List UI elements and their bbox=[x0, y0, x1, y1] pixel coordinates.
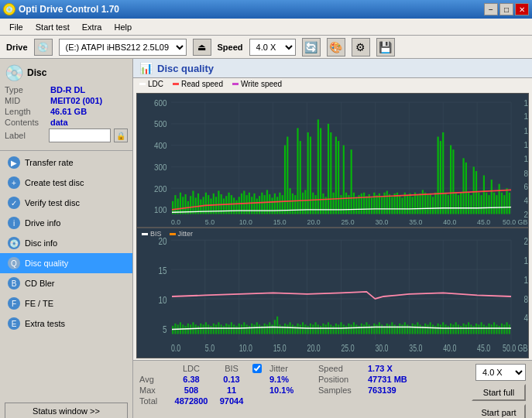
svg-text:10.0: 10.0 bbox=[239, 343, 252, 354]
svg-rect-157 bbox=[462, 158, 464, 214]
svg-rect-338 bbox=[496, 325, 497, 334]
svg-rect-321 bbox=[452, 325, 454, 334]
sidebar-item-disc-info[interactable]: 💿 Disc info bbox=[0, 233, 132, 253]
svg-rect-160 bbox=[470, 195, 472, 214]
svg-rect-110 bbox=[343, 146, 345, 214]
sidebar-item-transfer-rate[interactable]: ▶ Transfer rate bbox=[0, 152, 132, 173]
svg-rect-94 bbox=[302, 193, 304, 214]
svg-rect-69 bbox=[239, 197, 240, 214]
svg-rect-240 bbox=[246, 325, 248, 334]
svg-rect-101 bbox=[320, 128, 321, 214]
settings-icon[interactable]: ⚙ bbox=[352, 38, 370, 57]
svg-rect-270 bbox=[322, 324, 324, 334]
svg-text:30.0: 30.0 bbox=[375, 343, 388, 354]
stats-inner: LDC BIS Jitter Avg 6.38 0.13 9.1% Max bbox=[139, 364, 526, 418]
svg-rect-318 bbox=[444, 325, 446, 334]
speed-value: 1.73 X bbox=[368, 364, 393, 373]
label-input[interactable] bbox=[49, 128, 111, 142]
disc-quality-icon: Q bbox=[8, 257, 20, 269]
svg-rect-244 bbox=[256, 322, 258, 334]
drive-select[interactable]: (E:) ATAPI iHBS212 2.5L09 bbox=[59, 39, 187, 56]
speed-select-drive[interactable]: 4.0 X bbox=[249, 39, 296, 56]
lower-legend: BIS Jitter bbox=[142, 230, 193, 238]
eject-button[interactable]: ⏏ bbox=[193, 39, 211, 56]
svg-rect-118 bbox=[363, 193, 365, 214]
svg-text:45.0: 45.0 bbox=[477, 343, 490, 354]
svg-rect-236 bbox=[235, 326, 237, 334]
svg-rect-274 bbox=[333, 326, 335, 334]
menu-start-test[interactable]: Start test bbox=[29, 21, 76, 33]
svg-rect-276 bbox=[338, 325, 339, 334]
svg-rect-135 bbox=[407, 195, 408, 214]
svg-rect-142 bbox=[424, 193, 426, 214]
label-icon[interactable]: 🔒 bbox=[114, 128, 128, 142]
sidebar-item-create-test-disc[interactable]: + Create test disc bbox=[0, 173, 132, 193]
fe-te-icon: F bbox=[8, 297, 20, 310]
maximize-button[interactable]: □ bbox=[499, 3, 513, 15]
legend-ldc: LDC bbox=[139, 80, 163, 88]
chart-area: 📊 Disc quality LDC Read speed Write spee… bbox=[133, 59, 532, 418]
menu-file[interactable]: File bbox=[3, 21, 29, 33]
svg-rect-125 bbox=[381, 197, 383, 214]
start-part-button[interactable]: Start part bbox=[472, 404, 526, 418]
svg-rect-223 bbox=[203, 325, 204, 334]
svg-rect-291 bbox=[376, 325, 377, 334]
sidebar-item-disc-quality[interactable]: Q Disc quality bbox=[0, 253, 132, 273]
status-window-button[interactable]: Status window >> bbox=[5, 403, 128, 418]
create-test-icon: + bbox=[8, 176, 20, 189]
position-value: 47731 MB bbox=[368, 375, 407, 384]
save-icon[interactable]: 💾 bbox=[376, 38, 395, 57]
upper-legend: LDC Read speed Write speed bbox=[133, 78, 532, 91]
speed-stats: Speed 1.73 X Position 47731 MB Samples 7… bbox=[318, 364, 465, 395]
speed-select-chart[interactable]: 4.0 X bbox=[475, 364, 526, 381]
menu-extra[interactable]: Extra bbox=[76, 21, 108, 33]
jitter-checkbox[interactable] bbox=[252, 364, 262, 373]
svg-rect-115 bbox=[355, 197, 357, 214]
position-row: Position 47731 MB bbox=[318, 375, 465, 384]
verify-icon: ✓ bbox=[8, 197, 20, 209]
svg-rect-67 bbox=[233, 197, 235, 214]
svg-rect-256 bbox=[287, 325, 288, 334]
lower-chart-panel: BIS Jitter bbox=[136, 228, 529, 358]
svg-rect-216 bbox=[184, 326, 186, 334]
svg-rect-268 bbox=[317, 325, 319, 334]
read-speed-dot bbox=[173, 83, 179, 85]
svg-rect-232 bbox=[225, 324, 227, 334]
start-full-button[interactable]: Start full bbox=[472, 384, 526, 401]
svg-rect-155 bbox=[458, 195, 459, 214]
svg-rect-308 bbox=[419, 325, 420, 334]
color-icon[interactable]: 🎨 bbox=[327, 38, 345, 57]
svg-rect-61 bbox=[218, 191, 219, 214]
svg-text:16%: 16% bbox=[524, 254, 528, 266]
sidebar-item-extra-tests[interactable]: E Extra tests bbox=[0, 314, 132, 334]
svg-rect-77 bbox=[259, 196, 260, 214]
svg-rect-319 bbox=[448, 326, 449, 334]
svg-rect-331 bbox=[478, 325, 479, 334]
svg-rect-154 bbox=[455, 193, 457, 214]
svg-rect-330 bbox=[475, 324, 477, 334]
close-button[interactable]: ✕ bbox=[515, 3, 529, 15]
svg-rect-242 bbox=[251, 324, 252, 334]
svg-rect-82 bbox=[271, 197, 273, 214]
disc-quality-label: Disc quality bbox=[25, 259, 68, 268]
svg-rect-237 bbox=[239, 324, 240, 334]
svg-rect-233 bbox=[228, 325, 229, 334]
sidebar-item-verify-test-disc[interactable]: ✓ Verify test disc bbox=[0, 193, 132, 213]
drive-icon-btn[interactable]: 💿 bbox=[34, 39, 53, 56]
speed-key: Speed bbox=[318, 364, 365, 373]
refresh-icon[interactable]: 🔄 bbox=[302, 38, 321, 57]
svg-rect-325 bbox=[462, 324, 464, 334]
svg-rect-283 bbox=[355, 325, 357, 334]
menu-help[interactable]: Help bbox=[108, 21, 138, 33]
svg-text:35.0: 35.0 bbox=[409, 218, 422, 226]
app-title: Opti Drive Control 1.70 bbox=[19, 4, 119, 15]
sidebar-item-cd-bler[interactable]: B CD Bler bbox=[0, 273, 132, 293]
svg-rect-86 bbox=[282, 195, 283, 214]
sidebar-item-fe-te[interactable]: F FE / TE bbox=[0, 293, 132, 314]
chart-icon: 📊 bbox=[139, 62, 153, 74]
svg-text:15.0: 15.0 bbox=[273, 218, 287, 226]
svg-rect-48 bbox=[184, 194, 186, 214]
svg-rect-99 bbox=[314, 195, 316, 214]
sidebar-item-drive-info[interactable]: i Drive info bbox=[0, 213, 132, 233]
minimize-button[interactable]: − bbox=[484, 3, 498, 15]
